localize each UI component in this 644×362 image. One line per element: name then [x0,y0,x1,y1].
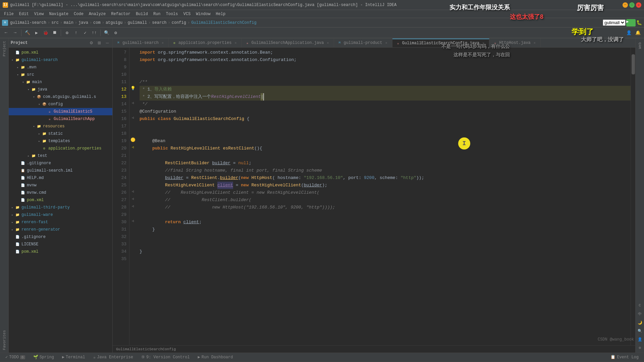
menu-run[interactable]: Run [151,11,163,17]
panel-collapse-btn[interactable]: ─ [104,40,110,46]
tree-item-main[interactable]: ▾ 📁 main [9,78,112,86]
nav-com[interactable]: com [93,20,101,25]
bottom-tab-run[interactable]: ▶ Run Dashboard [195,354,236,360]
right-scrollbar[interactable] [631,48,635,345]
menu-code[interactable]: Code [71,11,86,17]
tree-item-static[interactable]: ▸ 📁 static [9,130,112,137]
toolbar-notifications[interactable]: 🔔 [634,29,642,37]
tree-item-java[interactable]: ▾ 📁 java [9,86,112,93]
tree-item-gulimall-search-app[interactable]: ☕ GulimallSearchApp [9,115,112,123]
run-button[interactable]: ▶ [626,19,636,26]
nav-atguigu[interactable]: atguigu [106,20,122,25]
tree-item-renren-fast[interactable]: ▸ 📁 renren-fast [9,219,112,226]
toolbar-stop[interactable]: ⏹ [51,29,59,37]
toolbar-commit[interactable]: ✓ [81,29,89,37]
tab-close-btn[interactable]: ✕ [160,41,165,45]
code-editor[interactable]: 7 8 9 10 11 12 13 14 15 16 17 18 19 20 2… [113,48,635,345]
nav-config-file[interactable]: GulimallElasticSearchConfig [191,20,256,25]
menu-view[interactable]: View [32,11,47,17]
search-icon[interactable]: 🔍 [636,327,644,335]
tree-item-gulimall-search[interactable]: ▾ 📁 gulimall-search [9,56,112,64]
menu-analyze[interactable]: Analyze [86,11,108,17]
bulb-icon-12[interactable]: 💡 [129,84,136,92]
tree-item-mvnw[interactable]: 📄 mvnw [9,182,112,189]
toolbar-debug[interactable]: 🐞 [42,29,50,37]
fold-icon-30[interactable]: ◁ [129,217,136,225]
menu-edit[interactable]: Edit [16,11,32,17]
profile-icon[interactable]: ⚙ [637,344,642,351]
nav-src[interactable]: src [51,20,59,25]
tree-item-app-props[interactable]: ⚙ application.properties [9,145,112,152]
panel-settings-btn[interactable]: ⚙ [88,40,94,46]
fold-icon-27[interactable]: ◁ [129,195,136,202]
tree-item-iml[interactable]: 📋 gulimall-search.iml [9,167,112,174]
nav-java[interactable]: java [78,20,88,25]
bottom-tab-terminal[interactable]: ▶ Terminal [59,354,89,360]
tab-close-btn[interactable]: ✕ [233,41,238,45]
tree-item-ware[interactable]: ▸ 📁 gulimall-ware [9,211,112,219]
toolbar-search[interactable]: 🔍 [103,29,111,37]
close-button[interactable]: ✕ [636,2,641,8]
nav-main[interactable]: main [64,20,73,25]
bottom-tab-vcs[interactable]: ⑨ 9: Version Control [138,354,193,360]
fold-icon-14[interactable]: ◁ [129,99,136,107]
project-panel-label[interactable]: Project [2,38,6,59]
tree-item-resources[interactable]: ▾ 📁 resources [9,123,112,130]
menu-refactor[interactable]: Refactor [108,11,133,17]
toolbar-back[interactable]: ← [2,29,10,37]
user-icon[interactable]: 👤 [636,336,644,343]
tree-item-test[interactable]: ▸ 📁 test [9,152,112,160]
toolbar-update[interactable]: ↑ [72,29,80,37]
bottom-tab-spring[interactable]: 🌱 Spring [30,354,57,360]
project-selector[interactable]: gulimall [603,19,626,26]
tree-item-config[interactable]: ▾ 📦 config [9,101,112,108]
menu-help[interactable]: Help [213,11,228,17]
menu-vcs[interactable]: VCS [181,11,194,17]
tab-app-props[interactable]: ⚙ application.properties ✕ [169,39,241,47]
tree-item-gitignore[interactable]: 📄 .gitignore [9,160,112,167]
toolbar-push[interactable]: ↑↑ [90,29,98,37]
menu-navigate[interactable]: Navigate [46,11,71,17]
window-controls[interactable]: ─ □ ✕ [623,2,641,8]
fold-icon-16[interactable]: ◁ [129,114,136,121]
favorites-label[interactable]: Favorites [2,327,6,353]
tree-item-com-atguigu[interactable]: ▾ 📦 com.atguigu.gulimall.s [9,93,112,101]
fold-icon-26[interactable]: ◁ [129,188,136,195]
maximize-button[interactable]: □ [629,2,635,8]
csdn-icon[interactable]: C [637,302,642,309]
nav-gulimall-search[interactable]: gulimall-search [10,20,46,25]
tree-item-help[interactable]: 📄 HELP.md [9,174,112,182]
tab-gulimall-search[interactable]: M gulimall-search ✕ [113,39,169,47]
debug-button[interactable]: 🐛 [636,20,642,25]
tree-item-license[interactable]: 📄 LICENSE [9,241,112,248]
tab-close-btn[interactable]: ✕ [384,41,389,45]
toolbar-run[interactable]: ▶ [33,29,41,37]
nav-search[interactable]: search [152,20,166,25]
project-tree[interactable]: 📄 pom.xml ▾ 📁 gulimall-search ▸ 📁 .mvn ▾… [9,48,112,353]
bottom-tab-event-log[interactable]: 📋 Event Log [607,354,642,360]
fold-icon-20[interactable]: ◁ [129,143,136,151]
tab-search-app[interactable]: ☕ GulimallSearchApplication.java ✕ [241,39,334,47]
tree-item-src[interactable]: ▾ 📁 src [9,71,112,78]
toolbar-user[interactable]: 👤 [625,29,633,37]
bottom-tab-java-ee[interactable]: ☕ Java Enterprise [90,354,137,360]
tab-close-btn[interactable]: ✕ [326,41,330,45]
lang-icon[interactable]: 中 [637,310,643,318]
panel-layout-btn[interactable]: ⊞ [96,40,102,46]
tree-item-pom-top[interactable]: 📄 pom.xml [9,49,112,56]
toolbar-build[interactable]: 🔨 [23,29,32,37]
tree-item-third-party[interactable]: ▸ 📁 gulimall-third-party [9,204,112,211]
code-content[interactable]: import org.springframework.context.annot… [136,48,631,345]
tree-item-mvnwcmd[interactable]: 📄 mvnw.cmd [9,189,112,196]
toolbar-settings[interactable]: ⚙ [112,29,120,37]
tree-item-pom[interactable]: 📄 pom.xml [9,196,112,204]
tab-httphost[interactable]: ☕ HttpHost.java ✕ [489,39,541,47]
menu-window[interactable]: Window [193,11,213,17]
moon-icon[interactable]: 🌙 [636,319,644,326]
minimize-button[interactable]: ─ [623,2,628,8]
web-label[interactable]: Web [638,40,642,52]
tab-close-btn[interactable]: ✕ [481,41,486,46]
fold-icon-28[interactable]: ◁ [129,202,136,210]
tree-item-pom-root[interactable]: 📄 pom.xml [9,248,112,255]
toolbar-forward[interactable]: → [11,29,19,37]
